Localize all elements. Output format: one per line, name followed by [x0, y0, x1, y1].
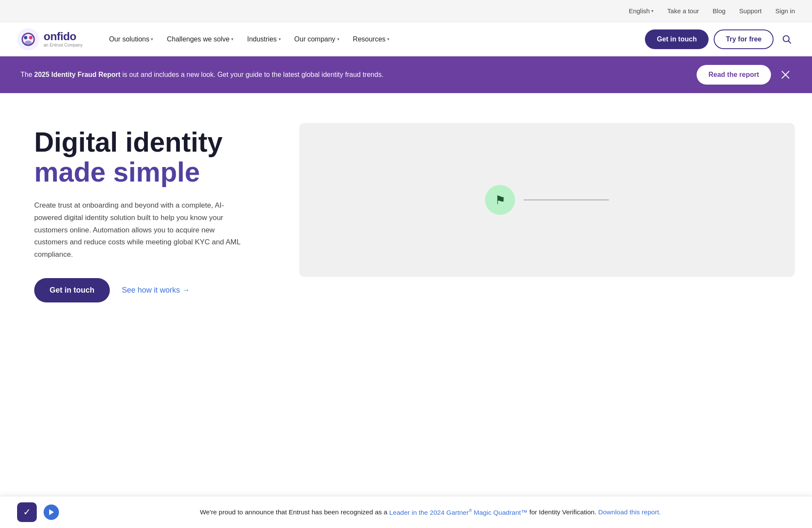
- nav-item-resources[interactable]: Resources ▾: [347, 32, 395, 47]
- svg-point-2: [24, 36, 27, 39]
- banner-text-after: is out and includes a new look. Get your…: [121, 71, 383, 78]
- hero-demo-widget: ⚑: [485, 185, 609, 215]
- promo-banner: The 2025 Identity Fraud Report is out an…: [0, 56, 812, 93]
- banner-text-before: The: [21, 71, 34, 78]
- hero-description: Create trust at onboarding and beyond wi…: [34, 199, 248, 261]
- logo-link[interactable]: onfido an Entrust Company: [17, 28, 82, 50]
- close-icon: [781, 70, 790, 79]
- hero-section: Digital identity made simple Create trus…: [0, 93, 812, 341]
- search-icon: [782, 35, 791, 44]
- read-report-button[interactable]: Read the report: [697, 65, 771, 85]
- blog-link[interactable]: Blog: [713, 7, 726, 15]
- main-navigation: onfido an Entrust Company Our solutions …: [0, 22, 812, 56]
- hero-visual-area: ⚑: [299, 123, 795, 277]
- nav-item-company[interactable]: Our company ▾: [288, 32, 345, 47]
- chevron-down-icon-3: ▾: [279, 37, 281, 41]
- flag-indicator: ⚑: [485, 185, 515, 215]
- search-button[interactable]: [779, 31, 795, 47]
- logo-text-group: onfido an Entrust Company: [44, 31, 82, 47]
- banner-bold-text: 2025 Identity Fraud Report: [34, 71, 121, 78]
- nav-item-industries[interactable]: Industries ▾: [241, 32, 286, 47]
- nav-actions: Get in touch Try for free: [645, 29, 795, 49]
- logo-subtitle: an Entrust Company: [44, 43, 82, 47]
- hero-buttons: Get in touch See how it works →: [34, 278, 282, 302]
- get-in-touch-button[interactable]: Get in touch: [645, 29, 709, 49]
- banner-text: The 2025 Identity Fraud Report is out an…: [21, 70, 383, 80]
- take-tour-link[interactable]: Take a tour: [667, 7, 699, 15]
- language-selector[interactable]: English ▾: [629, 7, 653, 15]
- banner-actions: Read the report: [697, 65, 791, 85]
- svg-point-4: [25, 41, 32, 45]
- flag-icon: ⚑: [495, 193, 506, 207]
- chevron-down-icon-5: ▾: [387, 37, 389, 41]
- onfido-logo-icon: [17, 28, 39, 50]
- progress-indicator: [524, 199, 609, 200]
- nav-label-challenges: Challenges we solve: [167, 35, 229, 43]
- chevron-down-icon: ▾: [151, 37, 153, 41]
- hero-content: Digital identity made simple Create trus…: [34, 119, 282, 302]
- nav-item-our-solutions[interactable]: Our solutions ▾: [103, 32, 159, 47]
- svg-line-6: [788, 41, 791, 43]
- hero-title-line2: made simple: [34, 157, 282, 187]
- nav-label-company: Our company: [294, 35, 335, 43]
- nav-item-challenges[interactable]: Challenges we solve ▾: [161, 32, 239, 47]
- nav-label-industries: Industries: [247, 35, 277, 43]
- logo-name: onfido: [44, 31, 82, 42]
- see-how-it-works-link[interactable]: See how it works →: [122, 286, 190, 295]
- language-chevron: ▾: [651, 9, 653, 13]
- svg-point-0: [17, 28, 39, 50]
- chevron-down-icon-4: ▾: [337, 37, 339, 41]
- svg-point-3: [29, 36, 32, 39]
- hero-title-line1: Digital identity: [34, 127, 282, 157]
- top-utility-bar: English ▾ Take a tour Blog Support Sign …: [0, 0, 812, 22]
- sign-in-link[interactable]: Sign in: [775, 7, 795, 15]
- support-link[interactable]: Support: [739, 7, 762, 15]
- hero-get-in-touch-button[interactable]: Get in touch: [34, 278, 110, 302]
- nav-label-resources: Resources: [353, 35, 385, 43]
- chevron-down-icon-2: ▾: [231, 37, 233, 41]
- banner-close-button[interactable]: [780, 69, 791, 81]
- nav-label-our-solutions: Our solutions: [109, 35, 149, 43]
- language-label: English: [629, 7, 650, 15]
- nav-items-list: Our solutions ▾ Challenges we solve ▾ In…: [103, 32, 645, 47]
- try-for-free-button[interactable]: Try for free: [714, 29, 774, 49]
